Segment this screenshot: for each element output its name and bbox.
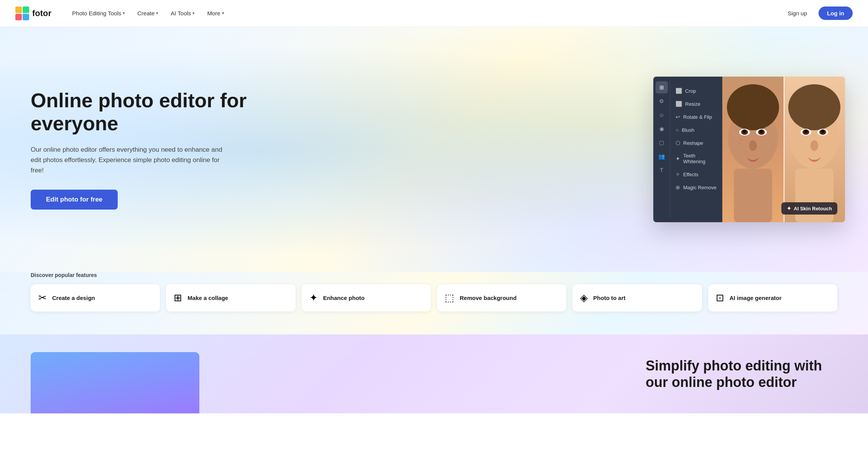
- svg-rect-0: [15, 7, 22, 13]
- face-comparison-image: ✦ AI Skin Retouch: [722, 77, 845, 222]
- menu-item-reshape[interactable]: ⬡ Reshape: [670, 136, 722, 149]
- chevron-down-icon: ▾: [123, 11, 125, 16]
- hero-title: Online photo editor for everyone: [31, 89, 253, 135]
- grid-icon[interactable]: ⊞: [656, 81, 668, 93]
- photo-art-icon: ◈: [580, 292, 588, 304]
- navbar: fotor Photo Editing Tools ▾ Create ▾ AI …: [0, 0, 868, 27]
- scissors-icon: ✂: [38, 292, 47, 304]
- nav-item-photo-editing[interactable]: Photo Editing Tools ▾: [67, 7, 130, 20]
- enhance-icon: ✦: [309, 292, 318, 304]
- svg-point-13: [741, 139, 742, 141]
- magic-icon: ⊕: [676, 184, 680, 190]
- svg-point-12: [749, 140, 757, 151]
- shape-icon[interactable]: ▢: [656, 136, 668, 149]
- ai-generator-icon: ⊡: [716, 292, 724, 304]
- menu-item-blush[interactable]: ○ Blush: [670, 123, 722, 136]
- chevron-down-icon: ▾: [156, 11, 158, 16]
- hero-description: Our online photo editor offers everythin…: [31, 144, 230, 176]
- face-icon[interactable]: ☺: [656, 109, 668, 121]
- bottom-preview-image: [31, 352, 199, 413]
- logo-icon: [15, 7, 29, 20]
- svg-point-8: [743, 129, 746, 133]
- face-after: [784, 77, 845, 222]
- login-button[interactable]: Log in: [819, 7, 853, 20]
- face-svg-before: [722, 77, 784, 222]
- face-svg-after: [784, 77, 845, 222]
- brand-name: fotor: [32, 8, 51, 18]
- menu-item-magic-remove[interactable]: ⊕ Magic Remove: [670, 181, 722, 194]
- menu-item-resize[interactable]: ⬜ Resize: [670, 97, 722, 110]
- teeth-icon: ✦: [676, 156, 680, 162]
- collage-icon: ⊞: [174, 292, 182, 304]
- svg-point-17: [788, 84, 840, 130]
- svg-rect-2: [15, 14, 22, 20]
- effects-icon: ✧: [676, 171, 680, 177]
- hero-content: Online photo editor for everyone Our onl…: [31, 89, 253, 209]
- menu-item-rotate[interactable]: ↩ Rotate & Flip: [670, 110, 722, 123]
- editor-icon-strip: ⊞ ⚙ ☺ ◉ ▢ 👥 T: [653, 81, 670, 218]
- feature-photo-to-art[interactable]: ◈ Photo to art: [572, 284, 702, 311]
- feature-remove-background[interactable]: ⬚ Remove background: [437, 284, 566, 311]
- discover-label: Discover popular features: [31, 272, 837, 278]
- editor-menu: ⬜ Crop ⬜ Resize ↩ Rotate & Flip ○: [670, 81, 722, 218]
- hero-section: Online photo editor for everyone Our onl…: [0, 27, 868, 272]
- bottom-text-block: Simplify photo editing with our online p…: [646, 357, 837, 390]
- nav-item-more[interactable]: More ▾: [202, 7, 229, 20]
- adjust-icon[interactable]: ⚙: [656, 95, 668, 107]
- hero-cta-button[interactable]: Edit photo for free: [31, 190, 118, 210]
- svg-rect-3: [23, 14, 29, 20]
- chevron-down-icon: ▾: [192, 11, 195, 16]
- svg-rect-15: [734, 169, 772, 222]
- nav-actions: Sign up Log in: [781, 7, 853, 20]
- ai-skin-retouch-badge: ✦ AI Skin Retouch: [781, 202, 837, 215]
- crop-icon: ⬜: [676, 88, 682, 94]
- bottom-section: Simplify photo editing with our online p…: [0, 334, 868, 413]
- nav-item-create[interactable]: Create ▾: [132, 7, 164, 20]
- feature-create-design[interactable]: ✂ Create a design: [31, 284, 160, 311]
- svg-point-14: [739, 143, 740, 144]
- text-icon[interactable]: T: [656, 164, 668, 176]
- svg-rect-1: [23, 7, 29, 13]
- editor-mockup: ⊞ ⚙ ☺ ◉ ▢ 👥 T ⬜ Crop: [653, 77, 845, 222]
- feature-make-collage[interactable]: ⊞ Make a collage: [166, 284, 295, 311]
- svg-point-5: [727, 84, 779, 130]
- nav-links: Photo Editing Tools ▾ Create ▾ AI Tools …: [67, 7, 781, 20]
- feature-enhance-photo[interactable]: ✦ Enhance photo: [302, 284, 431, 311]
- rotate-icon: ↩: [676, 114, 680, 120]
- features-grid: ✂ Create a design ⊞ Make a collage ✦ Enh…: [31, 284, 837, 311]
- svg-point-11: [760, 129, 763, 133]
- menu-item-crop[interactable]: ⬜ Crop: [670, 84, 722, 97]
- editor-canvas: ✦ AI Skin Retouch: [722, 77, 845, 222]
- blush-icon: ○: [676, 127, 679, 133]
- menu-item-effects[interactable]: ✧ Effects: [670, 168, 722, 181]
- nav-item-ai-tools[interactable]: AI Tools ▾: [165, 7, 200, 20]
- ai-icon: ✦: [787, 205, 791, 211]
- bottom-title: Simplify photo editing with our online p…: [646, 357, 837, 390]
- resize-icon: ⬜: [676, 101, 682, 107]
- logo[interactable]: fotor: [15, 7, 51, 20]
- svg-point-23: [821, 129, 825, 133]
- people-icon[interactable]: 👥: [656, 150, 668, 162]
- eye-icon[interactable]: ◉: [656, 123, 668, 135]
- hero-editor-preview: ⊞ ⚙ ☺ ◉ ▢ 👥 T ⬜ Crop: [653, 77, 845, 222]
- svg-point-24: [810, 140, 818, 151]
- preview-overlay: [31, 352, 199, 413]
- editor-sidebar: ⊞ ⚙ ☺ ◉ ▢ 👥 T ⬜ Crop: [653, 77, 722, 222]
- remove-bg-icon: ⬚: [445, 292, 454, 304]
- feature-ai-image-generator[interactable]: ⊡ AI image generator: [708, 284, 837, 311]
- svg-point-20: [804, 129, 808, 133]
- face-before: [722, 77, 784, 222]
- features-section: Discover popular features ✂ Create a des…: [0, 272, 868, 334]
- comparison-divider: [784, 77, 784, 222]
- chevron-down-icon: ▾: [222, 11, 224, 16]
- menu-item-teeth[interactable]: ✦ Teeth Whitening: [670, 149, 722, 168]
- signup-button[interactable]: Sign up: [781, 7, 814, 20]
- reshape-icon: ⬡: [676, 140, 680, 146]
